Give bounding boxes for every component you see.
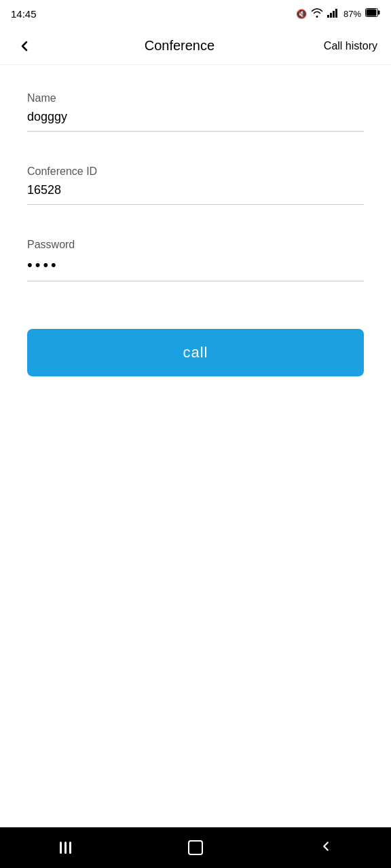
svg-rect-0 [327, 15, 329, 18]
name-value[interactable]: dogggy [27, 110, 364, 132]
system-back-icon [318, 839, 333, 856]
svg-rect-2 [333, 11, 335, 18]
password-label: Password [27, 239, 364, 251]
signal-icon [327, 8, 339, 20]
svg-rect-6 [367, 9, 377, 16]
status-time: 14:45 [11, 8, 37, 20]
bottom-nav-bar [0, 827, 391, 868]
status-bar: 14:45 🔇 87% [0, 0, 391, 27]
call-button-container: call [27, 329, 364, 376]
system-back-button[interactable] [305, 834, 346, 861]
battery-icon [365, 8, 380, 19]
call-button[interactable]: call [27, 329, 364, 376]
svg-rect-5 [378, 11, 380, 15]
svg-rect-1 [330, 13, 332, 18]
name-field: Name dogggy [27, 92, 364, 132]
password-value[interactable]: •••• [27, 256, 364, 281]
home-icon [188, 840, 203, 855]
svg-rect-3 [335, 9, 337, 18]
battery-percent: 87% [343, 9, 361, 19]
call-history-button[interactable]: Call history [321, 35, 380, 58]
main-content: Name dogggy Conference ID 16528 Password… [0, 65, 391, 827]
conference-id-label: Conference ID [27, 165, 364, 178]
recent-apps-icon [60, 842, 71, 854]
home-button[interactable] [175, 834, 216, 861]
back-button[interactable] [11, 33, 38, 60]
wifi-icon [311, 8, 323, 20]
nav-bar: Conference Call history [0, 27, 391, 65]
page-title: Conference [145, 38, 215, 54]
password-field: Password •••• [27, 239, 364, 281]
status-icons: 🔇 87% [296, 8, 380, 20]
recent-apps-button[interactable] [45, 834, 86, 861]
conference-id-field: Conference ID 16528 [27, 165, 364, 205]
mute-icon: 🔇 [296, 9, 307, 19]
conference-id-value[interactable]: 16528 [27, 183, 364, 205]
name-label: Name [27, 92, 364, 104]
